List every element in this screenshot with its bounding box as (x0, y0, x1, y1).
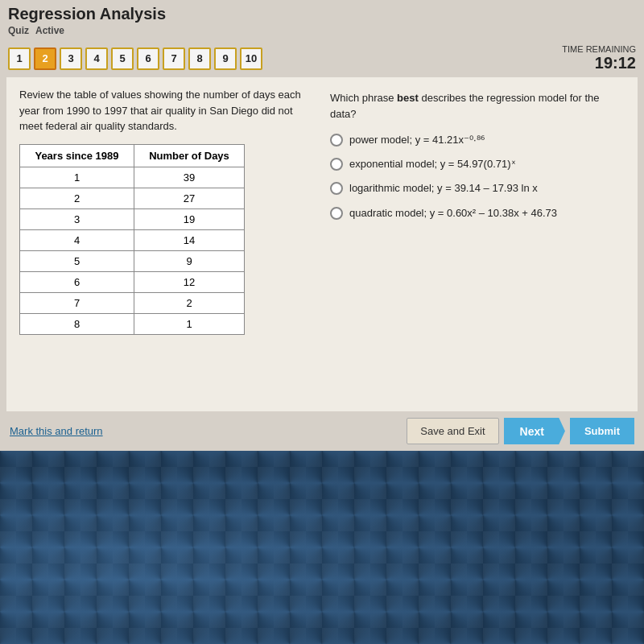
table-cell-year: 4 (20, 229, 134, 250)
table-cell-year: 6 (20, 271, 134, 292)
left-question-text: Review the table of values showing the n… (19, 87, 314, 134)
quiz-status: Active (35, 25, 64, 36)
quiz-label: Quiz (8, 25, 29, 36)
table-row: 8 1 (20, 313, 245, 334)
option-B[interactable]: exponential model; y = 54.97(0.71)ˣ (330, 157, 625, 171)
mark-return-link[interactable]: Mark this and return (10, 425, 103, 437)
table-cell-days: 2 (134, 292, 244, 313)
table-row: 2 27 (20, 188, 245, 208)
table-cell-days: 39 (134, 167, 244, 188)
table-cell-days: 1 (134, 313, 244, 334)
option-D[interactable]: quadratic model; y = 0.60x² – 10.38x + 4… (330, 206, 625, 221)
table-cell-year: 8 (20, 313, 134, 334)
table-cell-days: 9 (134, 250, 244, 271)
table-col1-header: Years since 1989 (20, 144, 134, 167)
table-cell-year: 1 (20, 167, 134, 188)
save-exit-button[interactable]: Save and Exit (407, 418, 498, 444)
radio-circle-A (330, 134, 343, 147)
option-A[interactable]: power model; y = 41.21x⁻⁰·⁸⁶ (330, 133, 625, 147)
option-text-B: exponential model; y = 54.97(0.71)ˣ (349, 157, 516, 171)
radio-circle-D (330, 207, 343, 220)
nav-btn-9[interactable]: 9 (214, 47, 237, 70)
question-nav: 1 2 3 4 5 6 7 8 9 10 TIME REMAINING 19:1… (0, 39, 644, 77)
timer-label: TIME REMAINING (562, 44, 636, 54)
next-button[interactable]: Next (504, 418, 565, 444)
page-title: Regression Analysis (8, 5, 636, 23)
nav-btn-5[interactable]: 5 (111, 47, 134, 70)
table-row: 7 2 (20, 292, 245, 313)
option-text-A: power model; y = 41.21x⁻⁰·⁸⁶ (349, 133, 485, 147)
table-cell-year: 7 (20, 292, 134, 313)
data-table: Years since 1989 Number of Days 1 39 2 2… (19, 144, 245, 335)
table-row: 1 39 (20, 167, 245, 188)
table-row: 6 12 (20, 271, 245, 292)
nav-btn-6[interactable]: 6 (137, 47, 159, 70)
timer: TIME REMAINING 19:12 (562, 44, 636, 72)
table-row: 5 9 (20, 250, 245, 271)
radio-circle-B (330, 158, 343, 171)
radio-circle-C (330, 182, 343, 195)
nav-btn-10[interactable]: 10 (240, 47, 262, 70)
nav-btn-1[interactable]: 1 (8, 47, 31, 70)
bottom-bar: Mark this and return Save and Exit Next … (0, 411, 644, 451)
table-cell-days: 14 (134, 229, 244, 250)
option-C[interactable]: logarithmic model; y = 39.14 – 17.93 ln … (330, 181, 625, 196)
nav-btn-4[interactable]: 4 (85, 47, 108, 70)
table-cell-year: 2 (20, 188, 134, 208)
table-cell-days: 12 (134, 271, 244, 292)
nav-btn-7[interactable]: 7 (163, 47, 185, 70)
nav-btn-2[interactable]: 2 (34, 47, 56, 70)
table-cell-days: 19 (134, 208, 244, 229)
nav-btn-8[interactable]: 8 (188, 47, 211, 70)
left-panel: Review the table of values showing the n… (19, 87, 314, 402)
question-area: Review the table of values showing the n… (6, 77, 638, 411)
option-text-D: quadratic model; y = 0.60x² – 10.38x + 4… (349, 206, 557, 221)
background-photo (0, 451, 644, 644)
table-col2-header: Number of Days (134, 144, 244, 167)
right-panel: Which phrase best describes the regressi… (330, 87, 625, 402)
table-row: 4 14 (20, 229, 245, 250)
timer-value: 19:12 (562, 54, 636, 72)
nav-btn-3[interactable]: 3 (60, 47, 82, 70)
table-cell-days: 27 (134, 188, 244, 208)
right-question-text: Which phrase best describes the regressi… (330, 90, 625, 122)
table-cell-year: 3 (20, 208, 134, 229)
bottom-buttons: Save and Exit Next Submit (407, 418, 634, 444)
option-text-C: logarithmic model; y = 39.14 – 17.93 ln … (349, 181, 538, 196)
table-row: 3 19 (20, 208, 245, 229)
submit-button[interactable]: Submit (570, 418, 634, 444)
table-cell-year: 5 (20, 250, 134, 271)
